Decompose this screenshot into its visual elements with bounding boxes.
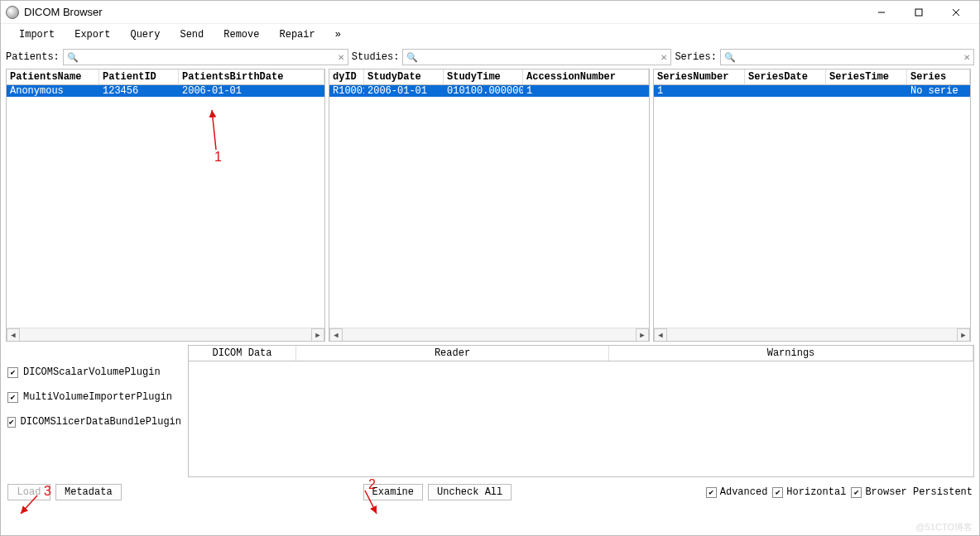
col-studydate[interactable]: StudyDate — [364, 69, 444, 85]
col-seriestime[interactable]: SeriesTime — [826, 69, 907, 85]
checkbox-icon[interactable]: ✔ — [706, 487, 717, 498]
tables-area: PatientsName PatientID PatientsBirthDate… — [1, 69, 979, 342]
menu-overflow[interactable]: » — [325, 26, 351, 44]
cell-accession: 1 — [523, 85, 649, 97]
col-seriesdesc[interactable]: Series — [907, 69, 970, 85]
scroll-right-icon[interactable]: ► — [311, 328, 324, 342]
series-search[interactable]: 🔍 ✕ — [720, 49, 974, 65]
plugin-label: DICOMSlicerDataBundlePlugin — [21, 416, 181, 428]
plugin-multivolume[interactable]: ✔ MultiVolumeImporterPlugin — [6, 385, 183, 409]
horizontal-label: Horizontal — [786, 486, 846, 498]
browser-persistent-checkbox[interactable]: ✔ Browser Persistent — [851, 486, 973, 498]
examine-button[interactable]: Examine — [363, 484, 423, 500]
table-row[interactable]: Anonymous 123456 2006-01-01 — [7, 85, 324, 97]
checkbox-icon[interactable]: ✔ — [7, 417, 16, 428]
menu-bar: Import Export Query Send Remove Repair » — [1, 24, 979, 45]
advanced-label: Advanced — [720, 486, 768, 498]
search-icon: 🔍 — [406, 52, 418, 63]
col-patientsname[interactable]: PatientsName — [7, 69, 99, 85]
col-studyid[interactable]: dyID — [329, 69, 364, 85]
studies-search[interactable]: 🔍 ✕ — [402, 49, 671, 65]
scroll-left-icon[interactable]: ◄ — [654, 328, 667, 342]
menu-repair[interactable]: Repair — [269, 26, 324, 44]
col-patientid[interactable]: PatientID — [99, 69, 179, 85]
table-row[interactable]: R10001 2006-01-01 010100.000000 1 — [329, 85, 649, 97]
svg-rect-1 — [915, 9, 922, 16]
clear-icon[interactable]: ✕ — [963, 53, 970, 62]
filter-row: Patients: 🔍 ✕ Studies: 🔍 ✕ Series: 🔍 ✕ — [1, 45, 979, 69]
cell-studydate: 2006-01-01 — [364, 85, 444, 97]
menu-import[interactable]: Import — [9, 26, 65, 44]
minimize-button[interactable] — [862, 2, 900, 23]
menu-remove[interactable]: Remove — [214, 26, 269, 44]
patients-label: Patients: — [6, 51, 60, 63]
series-table[interactable]: SeriesNumber SeriesDate SeriesTime Serie… — [653, 69, 971, 342]
col-seriesdate[interactable]: SeriesDate — [745, 69, 826, 85]
cell-birth: 2006-01-01 — [179, 85, 324, 97]
col-reader[interactable]: Reader — [296, 346, 609, 361]
window-titlebar: DICOM Browser — [1, 1, 979, 24]
scroll-left-icon[interactable]: ◄ — [7, 328, 20, 342]
scroll-left-icon[interactable]: ◄ — [329, 328, 343, 342]
menu-export[interactable]: Export — [65, 26, 120, 44]
uncheck-all-button[interactable]: Uncheck All — [428, 484, 512, 500]
app-icon — [6, 6, 19, 19]
plugins-column: ✔ DICOMScalarVolumePlugin ✔ MultiVolumeI… — [6, 345, 183, 477]
menu-query[interactable]: Query — [120, 26, 170, 44]
checkbox-icon[interactable]: ✔ — [7, 392, 18, 403]
bottom-panel: ✔ DICOMScalarVolumePlugin ✔ MultiVolumeI… — [1, 342, 979, 481]
col-warnings[interactable]: Warnings — [609, 346, 973, 361]
plugin-scalar[interactable]: ✔ DICOMScalarVolumePlugin — [6, 360, 183, 385]
browser-persistent-label: Browser Persistent — [865, 486, 973, 498]
metadata-button[interactable]: Metadata — [55, 484, 122, 500]
checkbox-icon[interactable]: ✔ — [851, 487, 862, 498]
patients-table[interactable]: PatientsName PatientID PatientsBirthDate… — [6, 69, 325, 342]
scroll-right-icon[interactable]: ► — [636, 328, 649, 342]
series-label: Series: — [675, 51, 716, 63]
scroll-right-icon[interactable]: ► — [957, 328, 970, 342]
col-accessionnumber[interactable]: AccessionNumber — [523, 69, 649, 85]
cell-seriestime — [826, 85, 907, 97]
studies-table[interactable]: dyID StudyDate StudyTime AccessionNumber… — [329, 69, 650, 342]
h-scrollbar[interactable]: ◄ ► — [329, 328, 649, 341]
detail-body — [188, 361, 974, 477]
search-icon: 🔍 — [724, 52, 736, 63]
col-patientsbirthdate[interactable]: PatientsBirthDate — [179, 69, 324, 85]
clear-icon[interactable]: ✕ — [338, 53, 344, 62]
plugin-slicerbundle[interactable]: ✔ DICOMSlicerDataBundlePlugin — [6, 409, 183, 434]
cell-seriesdate — [745, 85, 826, 97]
cell-studyid: R10001 — [329, 85, 364, 97]
h-scrollbar[interactable]: ◄ ► — [654, 328, 970, 341]
checkbox-icon[interactable]: ✔ — [772, 487, 783, 498]
patients-search[interactable]: 🔍 ✕ — [63, 49, 348, 65]
clear-icon[interactable]: ✕ — [661, 53, 667, 62]
plugin-label: MultiVolumeImporterPlugin — [23, 391, 172, 403]
search-icon: 🔍 — [67, 52, 79, 63]
detail-column: DICOM Data Reader Warnings — [188, 345, 974, 477]
col-dicomdata[interactable]: DICOM Data — [189, 346, 296, 361]
button-row: Load Metadata Examine Uncheck All ✔ Adva… — [1, 481, 979, 504]
close-button[interactable] — [937, 2, 974, 23]
plugin-label: DICOMScalarVolumePlugin — [23, 366, 161, 378]
h-scrollbar[interactable]: ◄ ► — [7, 328, 324, 341]
checkbox-icon[interactable]: ✔ — [7, 367, 18, 378]
watermark: @51CTO博客 — [916, 521, 973, 534]
col-seriesnumber[interactable]: SeriesNumber — [654, 69, 745, 85]
menu-send[interactable]: Send — [170, 26, 214, 44]
table-row[interactable]: 1 No serie — [654, 85, 970, 97]
cell-seriesdesc: No serie — [907, 85, 970, 97]
studies-search-input[interactable] — [421, 50, 661, 64]
load-button[interactable]: Load — [7, 484, 50, 500]
series-search-input[interactable] — [739, 50, 963, 64]
studies-label: Studies: — [352, 51, 400, 63]
horizontal-checkbox[interactable]: ✔ Horizontal — [772, 486, 846, 498]
cell-id: 123456 — [99, 85, 179, 97]
col-studytime[interactable]: StudyTime — [444, 69, 523, 85]
cell-name: Anonymous — [7, 85, 99, 97]
cell-studytime: 010100.000000 — [444, 85, 523, 97]
maximize-button[interactable] — [900, 2, 937, 23]
cell-seriesnum: 1 — [654, 85, 745, 97]
window-title: DICOM Browser — [24, 6, 862, 18]
patients-search-input[interactable] — [82, 50, 338, 64]
advanced-checkbox[interactable]: ✔ Advanced — [706, 486, 768, 498]
